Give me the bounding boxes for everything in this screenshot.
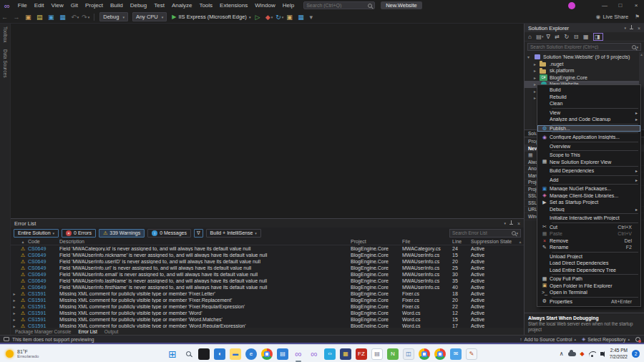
context-menu-item[interactable]: ◍ Publish... ▸: [537, 125, 640, 132]
context-menu-item[interactable]: Scope to This ▸: [537, 152, 640, 159]
context-menu-item[interactable]: ✎ Rename F2 ▸: [537, 244, 640, 251]
hidden-icons-chevron-icon[interactable]: ∧: [560, 351, 564, 357]
menu-item[interactable]: View: [48, 2, 67, 9]
bottom-panel-tab[interactable]: Error List: [78, 329, 97, 334]
left-vertical-tab[interactable]: Toolbox: [3, 26, 8, 42]
context-menu-item[interactable]: Add ▸: [537, 177, 640, 184]
notes-app-icon[interactable]: ▤: [371, 348, 383, 360]
error-list-row[interactable]: ⚠ CS0649 Field 'MWAUserInfo.url' is neve…: [11, 265, 524, 271]
select-repository-button[interactable]: ◈ Select Repository ▴: [582, 336, 630, 342]
start-debugging-button[interactable]: ▶ IIS Express (Microsoft Edge) ▾: [172, 14, 250, 20]
menu-item[interactable]: Extensions: [216, 2, 251, 9]
error-list-row[interactable]: ⚠ CS1591 Missing XML comment for publicl…: [11, 290, 524, 297]
context-menu-item[interactable]: ▦ Paste Ctrl+V ▸: [537, 230, 640, 238]
menu-item[interactable]: File: [14, 2, 31, 9]
error-list-row[interactable]: ⚠ CS1591 Missing XML comment for publicl…: [11, 297, 524, 303]
error-code-link[interactable]: CS0649: [28, 259, 59, 264]
error-list-row[interactable]: ⚠ CS0649 Field 'MWACategory.id' is never…: [11, 245, 524, 252]
menu-item[interactable]: Debug: [127, 2, 151, 9]
show-all-files-icon[interactable]: ▦ ▾: [583, 34, 590, 40]
tree-chevron-icon[interactable]: ▸: [534, 62, 540, 67]
context-menu-item[interactable]: >_ Open in Terminal ▸: [537, 289, 640, 296]
code-column-header[interactable]: Code: [28, 239, 59, 244]
hot-reload-icon[interactable]: ◆ ▾: [265, 14, 273, 21]
solution-explorer-search-box[interactable]: ▾: [527, 43, 641, 51]
left-vertical-tab[interactable]: Data Sources: [3, 49, 8, 77]
notification-count-badge[interactable]: 2: [632, 350, 640, 358]
pending-changes-filter-icon[interactable]: ∇ ▾: [546, 34, 552, 40]
browser-link-icon[interactable]: ▦ ▾: [298, 14, 306, 21]
ssms-app-icon[interactable]: ▦: [340, 348, 351, 360]
tree-item[interactable]: ▸ BlogEngine.Core: [525, 74, 644, 82]
preview-selected-items-icon[interactable]: ◨ ▾: [593, 33, 603, 41]
menu-item[interactable]: Edit: [31, 2, 48, 9]
state-column-header[interactable]: Suppression State: [471, 239, 517, 244]
tree-chevron-icon[interactable]: ▸: [534, 68, 540, 73]
vscode-icon[interactable]: ‹›: [324, 348, 336, 360]
visual-studio-icon[interactable]: ∞: [293, 348, 304, 360]
notifications-bell-icon[interactable]: [635, 337, 640, 342]
maximize-button[interactable]: □: [613, 2, 628, 9]
window-position-icon[interactable]: ▾: [504, 221, 506, 225]
messages-filter-button[interactable]: i 0 Messages: [147, 229, 191, 238]
feedback-icon[interactable]: ⚑: [635, 14, 640, 20]
context-menu-item[interactable]: Debug ▸: [537, 206, 640, 213]
error-list-row[interactable]: ⚠ CS1591 Missing XML comment for publicl…: [11, 310, 524, 316]
undo-icon[interactable]: ↶ ▾: [71, 14, 79, 21]
context-menu-item[interactable]: ✂ Cut Ctrl+X ▸: [537, 224, 640, 231]
error-code-link[interactable]: CS1591: [28, 317, 59, 322]
error-list-row[interactable]: ⚠ CS0649 Field 'MWAUserInfo.firstName' i…: [11, 284, 524, 290]
error-code-link[interactable]: CS1591: [28, 291, 59, 296]
expand-arrow-icon[interactable]: [11, 317, 18, 322]
context-menu-item[interactable]: Initialize Interactive with Project ▸: [537, 215, 640, 222]
error-list-row[interactable]: ⚠ CS0649 Field 'MWAUserInfo.nickname' is…: [11, 252, 524, 258]
error-code-link[interactable]: CS0649: [28, 265, 59, 270]
bottom-panel-tab[interactable]: Package Manager Console: [15, 329, 71, 334]
context-menu-item[interactable]: Analyze and Code Cleanup ▸: [537, 116, 640, 123]
wifi-icon[interactable]: [589, 351, 596, 357]
chrome-profile-2-icon[interactable]: [419, 348, 430, 360]
collapse-all-icon[interactable]: ⊟ ▾: [574, 34, 580, 40]
restart-icon[interactable]: ↻ ▾: [275, 14, 283, 21]
filter-button[interactable]: ∇: [194, 229, 203, 238]
context-menu-item[interactable]: ◉ Configure Application Insights... ▸: [537, 134, 640, 141]
pin-icon[interactable]: [509, 220, 514, 226]
error-code-link[interactable]: CS1591: [28, 298, 59, 303]
menu-item[interactable]: Build: [107, 2, 127, 9]
context-menu-item[interactable]: ▣ Manage NuGet Packages... ▸: [537, 185, 640, 192]
close-icon[interactable]: ×: [638, 26, 640, 31]
project-column-header[interactable]: Project: [351, 239, 402, 244]
error-code-link[interactable]: CS0649: [28, 253, 59, 258]
navigate-back-icon[interactable]: ← ▾: [1, 14, 11, 21]
global-search-box[interactable]: [303, 1, 375, 9]
file-column-header[interactable]: File: [402, 239, 452, 244]
switch-views-icon[interactable]: ▤ ▾: [536, 34, 543, 40]
window-position-icon[interactable]: ▾: [624, 26, 626, 30]
home-icon[interactable]: ⌂ ▾: [528, 34, 533, 40]
tree-chevron-icon[interactable]: ▸: [534, 75, 540, 80]
chrome-profile-3-icon[interactable]: [434, 348, 446, 360]
tree-chevron-icon[interactable]: ▾: [527, 54, 533, 59]
error-list-search-input[interactable]: [452, 230, 512, 235]
menu-item[interactable]: Project: [82, 2, 107, 9]
menu-item[interactable]: Git: [67, 2, 82, 9]
context-menu-item[interactable]: ▣ Open Folder in File Explorer ▸: [537, 283, 640, 290]
menu-item[interactable]: Analyze: [168, 2, 195, 9]
context-menu-item[interactable]: Rebuild ▸: [537, 94, 640, 101]
error-list-row[interactable]: ⚠ CS1591 Missing XML comment for publicl…: [11, 323, 524, 328]
user-avatar[interactable]: [568, 2, 575, 9]
categorized-icon[interactable]: ▦: [528, 152, 533, 158]
context-menu-item[interactable]: × Remove Del ▸: [537, 238, 640, 245]
error-list-row[interactable]: ⚠ CS1591 Missing XML comment for publicl…: [11, 316, 524, 323]
save-icon[interactable]: ▣ ▾: [48, 14, 57, 21]
refresh-icon[interactable]: ↻ ▾: [565, 34, 571, 40]
start-icon[interactable]: ⊞: [167, 348, 178, 360]
volume-icon[interactable]: [600, 352, 603, 356]
menu-item[interactable]: Help: [279, 2, 298, 9]
line-column-header[interactable]: Line: [452, 239, 471, 244]
solution-platform-dropdown[interactable]: Any CPU▾: [132, 12, 167, 21]
mail-app-icon[interactable]: ✉: [450, 348, 462, 360]
onedrive-icon[interactable]: [568, 352, 576, 356]
minimize-button[interactable]: —: [597, 2, 613, 9]
error-list-row[interactable]: ⚠ CS0649 Field 'MWAUserInfo.userID' is n…: [11, 258, 524, 265]
